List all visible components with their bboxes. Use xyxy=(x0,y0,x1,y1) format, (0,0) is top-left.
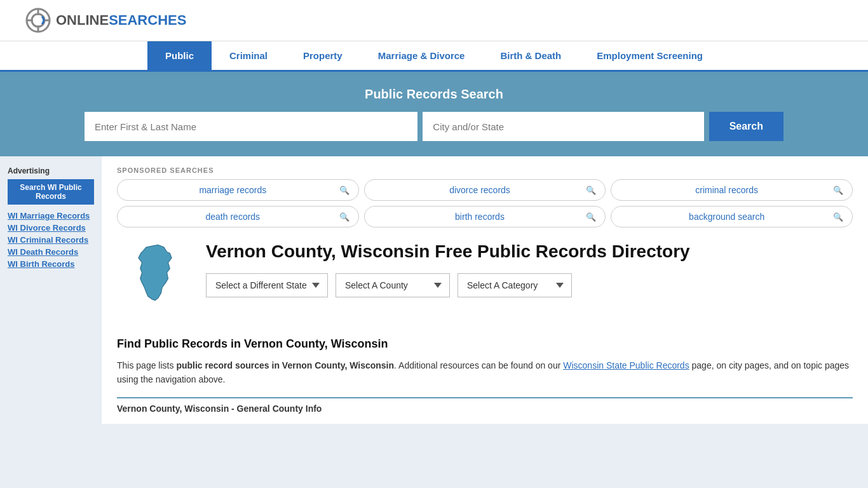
tag-background-search-text: background search xyxy=(620,212,833,222)
section-divider xyxy=(117,397,853,398)
tag-marriage-records-text: marriage records xyxy=(126,185,339,195)
search-tag-icon-1: 🔍 xyxy=(586,186,596,195)
tag-criminal-records[interactable]: criminal records 🔍 xyxy=(611,179,853,201)
general-info-title: Vernon County, Wisconsin - General Count… xyxy=(117,403,853,414)
sidebar-link-criminal[interactable]: WI Criminal Records xyxy=(8,235,94,245)
logo-text: ONLINESEARCHES xyxy=(56,12,186,29)
search-tag-icon-5: 🔍 xyxy=(833,212,843,222)
tag-divorce-records[interactable]: divorce records 🔍 xyxy=(364,179,606,201)
tag-criminal-records-text: criminal records xyxy=(620,185,833,195)
nav-item-public[interactable]: Public xyxy=(147,41,212,72)
main-wrapper: Advertising Search WI Public Records WI … xyxy=(0,156,868,424)
nav-bar: Public Criminal Property Marriage & Divo… xyxy=(0,41,868,72)
directory-right: Vernon County, Wisconsin Free Public Rec… xyxy=(206,240,690,310)
desc-part2: . Additional resources can be found on o… xyxy=(394,360,563,370)
search-tag-icon-3: 🔍 xyxy=(339,212,349,222)
category-dropdown[interactable]: Select A Category xyxy=(458,273,572,297)
content-area: SPONSORED SEARCHES marriage records 🔍 di… xyxy=(102,156,868,424)
sidebar-link-death[interactable]: WI Death Records xyxy=(8,247,94,257)
logo-icon xyxy=(25,8,51,33)
desc-link[interactable]: Wisconsin State Public Records xyxy=(563,360,689,370)
search-button[interactable]: Search xyxy=(709,112,783,141)
sidebar-link-birth[interactable]: WI Birth Records xyxy=(8,259,94,269)
nav-item-criminal[interactable]: Criminal xyxy=(212,41,285,72)
desc-bold: public record sources in Vernon County, … xyxy=(176,360,394,370)
logo: ONLINESEARCHES xyxy=(25,8,186,33)
wisconsin-map-svg xyxy=(117,240,193,323)
sidebar-link-divorce[interactable]: WI Divorce Records xyxy=(8,223,94,233)
search-tag-icon-0: 🔍 xyxy=(339,186,349,195)
search-tag-icon-2: 🔍 xyxy=(833,186,843,195)
county-dropdown[interactable]: Select A County xyxy=(336,273,450,297)
find-records-title: Find Public Records in Vernon County, Wi… xyxy=(117,337,853,351)
name-input[interactable] xyxy=(85,112,417,141)
tag-background-search[interactable]: background search 🔍 xyxy=(611,206,853,227)
search-row: Search xyxy=(85,112,783,141)
sidebar-ad-label: Advertising xyxy=(8,166,94,175)
find-records-description: This page lists public record sources in… xyxy=(117,358,853,387)
dropdowns-row: Select a Different State Select A County… xyxy=(206,273,690,297)
tag-birth-records[interactable]: birth records 🔍 xyxy=(364,206,606,227)
sidebar-link-marriage[interactable]: WI Marriage Records xyxy=(8,211,94,220)
nav-item-property[interactable]: Property xyxy=(285,41,360,72)
nav-item-marriage-divorce[interactable]: Marriage & Divorce xyxy=(360,41,483,72)
directory-section: Vernon County, Wisconsin Free Public Rec… xyxy=(117,240,853,325)
nav-item-employment[interactable]: Employment Screening xyxy=(579,41,721,72)
search-tags-grid: marriage records 🔍 divorce records 🔍 cri… xyxy=(117,179,853,227)
header: ONLINESEARCHES xyxy=(0,0,868,41)
directory-title: Vernon County, Wisconsin Free Public Rec… xyxy=(206,240,690,263)
state-map xyxy=(117,240,193,325)
desc-part1: This page lists xyxy=(117,360,176,370)
sponsored-label: SPONSORED SEARCHES xyxy=(117,166,853,174)
sidebar-ad-button[interactable]: Search WI Public Records xyxy=(8,179,94,205)
sidebar: Advertising Search WI Public Records WI … xyxy=(0,156,102,424)
search-tag-icon-4: 🔍 xyxy=(586,212,596,222)
tag-death-records-text: death records xyxy=(126,212,339,222)
tag-marriage-records[interactable]: marriage records 🔍 xyxy=(117,179,359,201)
tag-divorce-records-text: divorce records xyxy=(374,185,587,195)
search-banner-title: Public Records Search xyxy=(365,87,503,102)
state-dropdown[interactable]: Select a Different State xyxy=(206,273,328,297)
search-banner: Public Records Search Search xyxy=(0,72,868,156)
tag-death-records[interactable]: death records 🔍 xyxy=(117,206,359,227)
nav-item-birth-death[interactable]: Birth & Death xyxy=(482,41,579,72)
tag-birth-records-text: birth records xyxy=(374,212,587,222)
location-input[interactable] xyxy=(423,112,703,141)
